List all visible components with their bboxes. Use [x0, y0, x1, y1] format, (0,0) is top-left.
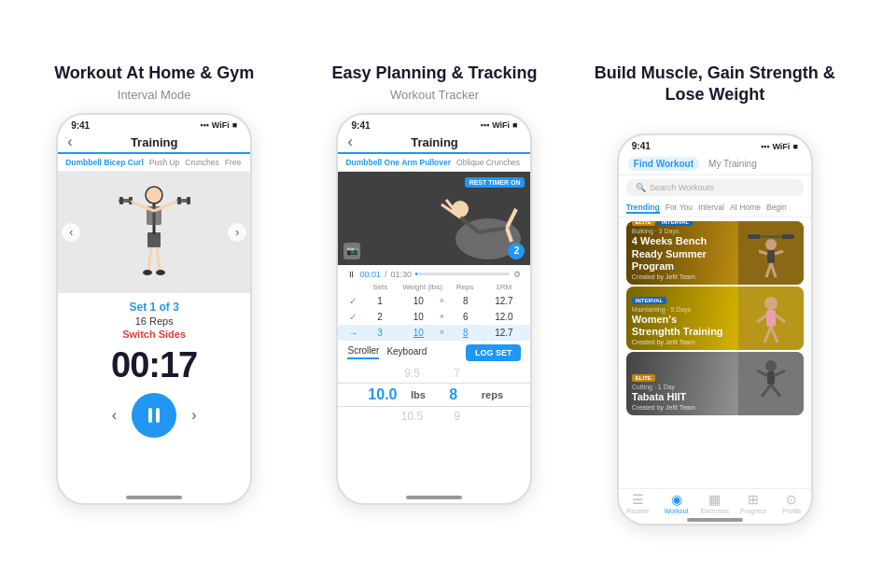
p2-th-sets: Sets — [362, 283, 398, 291]
p1-workout-info: Set 1 of 3 16 Reps Switch Sides 00:17 ‹ … — [58, 293, 250, 490]
status-time-2: 9:41 — [351, 120, 370, 131]
p2-scroller-row-bottom: 10.5 9 — [338, 408, 530, 425]
p3-search-placeholder: Search Workouts — [650, 183, 714, 192]
p1-prev-control[interactable]: ‹ — [112, 407, 117, 424]
p2-progress-track — [415, 273, 510, 275]
p2-weight-2: 10 — [401, 312, 436, 322]
p2-scroller-divider-top — [338, 383, 530, 384]
p2-reps-3[interactable]: 8 — [448, 328, 483, 338]
progress-icon: ⊞ — [748, 492, 759, 507]
p3-workout-cards: ELITE INTERVAL Bulking · 3 Days 4 Weeks … — [619, 217, 811, 488]
p3-search-bar[interactable]: 🔍 Search Workouts — [626, 179, 804, 196]
p3-card-3-title: Tabata HIIT — [632, 391, 727, 403]
p3-card-1-creator: Created by Jefit Team — [632, 273, 727, 280]
p3-card-2-badges: INTERVAL — [632, 297, 727, 304]
svg-point-17 — [156, 270, 165, 275]
p2-tab-0[interactable]: Dumbbell One Arm Pullover — [345, 158, 451, 167]
p1-tab-0[interactable]: Dumbbell Bicep Curl — [65, 158, 144, 167]
p3-nav-exercises[interactable]: ▦ Exercises — [695, 492, 734, 514]
p2-time-total: 01:30 — [391, 270, 413, 279]
p3-card-2-title: Women's Strenghth Training — [632, 314, 727, 338]
status-bar-3: 9:41 ▪▪▪ WiFi ■ — [619, 135, 811, 153]
p3-tab-my-training[interactable]: My Training — [703, 157, 763, 171]
p2-keyboard-row: Scroller Keyboard LOG SET — [338, 341, 530, 365]
p3-filter-foryou[interactable]: For You — [666, 203, 693, 214]
p2-weight-1: 10 — [401, 296, 436, 306]
phone-frame-2: 9:41 ▪▪▪ WiFi ■ ‹ Training Dumbbell One … — [336, 113, 532, 505]
p1-tab-2[interactable]: Crunches — [185, 158, 218, 167]
p3-nav-progress[interactable]: ⊞ Progress — [734, 492, 772, 514]
phone-frame-1: 9:41 ▪▪▪ WiFi ■ ‹ Training Dumbbell Bice… — [56, 113, 252, 505]
svg-line-14 — [148, 247, 151, 272]
p2-scroller-unit-right: reps — [482, 389, 503, 400]
p3-nav-label-workout: Workout — [665, 508, 689, 514]
wifi-icon-3: WiFi — [772, 142, 790, 151]
p2-exercise-tabs: Dumbbell One Arm Pullover Oblique Crunch… — [338, 154, 530, 172]
status-icons-1: ▪▪▪ WiFi ■ — [200, 120, 237, 130]
p3-nav-workout[interactable]: ◉ Workout — [657, 492, 695, 514]
p3-nav-profile[interactable]: ⊙ Profile — [773, 492, 811, 514]
p1-nav: ‹ Training — [58, 133, 250, 154]
exercises-icon: ▦ — [708, 492, 721, 507]
p3-card-3-creator: Created by Jefit Team — [632, 404, 727, 411]
p1-pause-button[interactable] — [132, 393, 176, 438]
status-time-3: 9:41 — [632, 141, 651, 151]
p1-tab-1[interactable]: Push Up — [149, 158, 180, 167]
badge-elite-3: ELITE — [632, 374, 655, 382]
p3-filter-begin[interactable]: Begin — [766, 203, 787, 214]
section-subtitle-2: Workout Tracker — [390, 88, 479, 102]
p3-filter-interval[interactable]: Interval — [698, 203, 724, 214]
camera-icon: 📷 — [343, 243, 360, 259]
svg-point-16 — [143, 270, 152, 275]
p2-log-set-button[interactable]: LOG SET — [466, 344, 522, 361]
svg-rect-5 — [187, 197, 190, 204]
p3-card-3[interactable]: ELITE Cutting · 1 Day Tabata HIIT Create… — [626, 352, 804, 415]
battery-icon-2: ■ — [512, 120, 517, 130]
svg-rect-28 — [748, 234, 761, 239]
p2-row-3: → 3 10 × 8 12.7 — [338, 325, 530, 341]
p3-nav-routine[interactable]: ☰ Routine — [619, 492, 657, 514]
status-bar-2: 9:41 ▪▪▪ WiFi ■ — [338, 115, 530, 133]
svg-rect-13 — [147, 232, 161, 247]
p1-reps-label: 16 Reps — [135, 315, 174, 327]
p2-scroller-row-top: 9.5 7 — [338, 365, 530, 382]
status-time-1: 9:41 — [71, 120, 90, 131]
p1-prev-button[interactable]: ‹ — [62, 223, 80, 242]
p3-tab-find-workout[interactable]: Find Workout — [628, 157, 699, 171]
p1-tab-3[interactable]: Free — [225, 158, 241, 167]
p3-card-2-creator: Created by Jefit Team — [632, 339, 727, 345]
p3-card-1[interactable]: ELITE INTERVAL Bulking · 3 Days 4 Weeks … — [626, 221, 804, 285]
p2-arrow-3: → — [347, 328, 358, 338]
p2-weight-3[interactable]: 10 — [401, 328, 436, 338]
p3-card-2-overlay: INTERVAL Maintaining · 5 Days Women's St… — [626, 292, 733, 350]
p2-scroller-val-bot-right: 9 — [440, 410, 473, 423]
p3-card-3-badges: ELITE — [632, 374, 727, 382]
p2-settings-icon[interactable]: ⚙ — [513, 270, 521, 279]
p3-card-2[interactable]: INTERVAL Maintaining · 5 Days Women's St… — [626, 287, 804, 350]
p1-controls: ‹ › — [112, 393, 197, 438]
profile-icon: ⊙ — [786, 492, 797, 507]
svg-rect-45 — [767, 371, 775, 385]
p2-home-indicator — [406, 496, 462, 499]
battery-icon-3: ■ — [792, 142, 797, 151]
p2-back-button[interactable]: ‹ — [347, 133, 352, 150]
p2-scroller-option[interactable]: Scroller — [347, 345, 379, 359]
p2-scroller-val-center-left: 10.0 — [366, 386, 399, 403]
p3-filter-athome[interactable]: At Home — [730, 203, 761, 214]
p2-tab-1[interactable]: Oblique Crunches — [456, 158, 520, 167]
p1-switch-sides: Switch Sides — [122, 329, 186, 340]
p1-next-button[interactable]: › — [228, 223, 246, 242]
p2-th-1rm: 1RM — [486, 283, 522, 291]
p1-back-button[interactable]: ‹ — [67, 133, 72, 150]
p2-keyboard-option[interactable]: Keyboard — [386, 346, 427, 358]
battery-icon: ■ — [232, 120, 237, 130]
p2-pause-icon[interactable]: ⏸ — [347, 270, 356, 279]
p2-scroller: 9.5 7 10.0 lbs 8 reps 10.5 9 — [338, 365, 530, 492]
svg-point-44 — [765, 360, 777, 371]
p1-nav-title: Training — [131, 135, 178, 149]
p3-filter-trending[interactable]: Trending — [626, 203, 660, 214]
p1-next-control[interactable]: › — [191, 407, 196, 424]
p2-set-num-2: 2 — [362, 312, 397, 322]
svg-rect-1 — [119, 197, 123, 204]
p2-exercise-image: REST TIMER ON 2 📷 — [338, 172, 530, 265]
